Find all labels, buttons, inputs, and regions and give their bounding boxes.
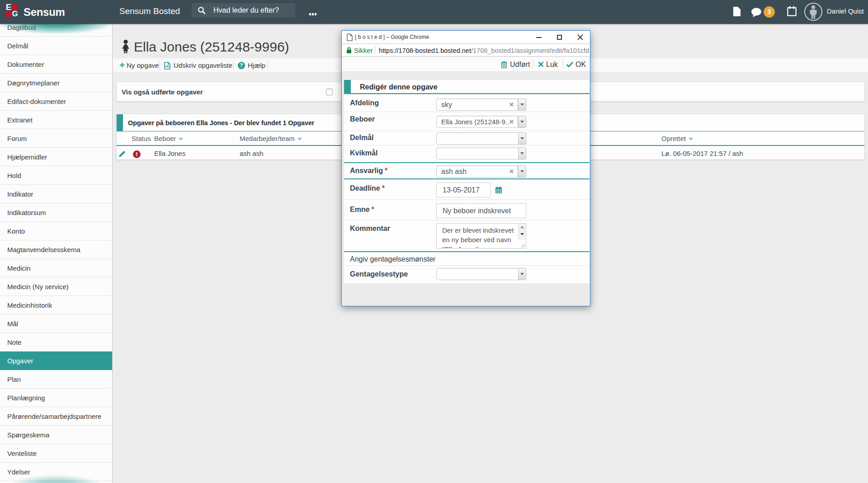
svg-text:PD: PD xyxy=(165,65,169,68)
